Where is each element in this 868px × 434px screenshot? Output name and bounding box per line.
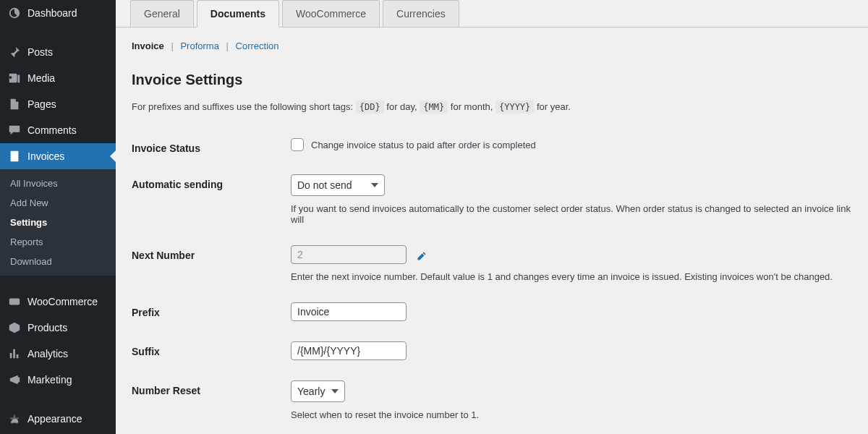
sidebar-label: Media (27, 72, 55, 84)
automatic-sending-help: If you want to send invoices automatical… (291, 203, 852, 225)
marketing-icon (7, 373, 22, 387)
svg-rect-0 (9, 299, 20, 305)
prefix-input[interactable] (291, 302, 407, 321)
number-reset-select[interactable]: Yearly (291, 380, 345, 402)
products-icon (7, 320, 22, 335)
next-number-label: Next Number (132, 245, 291, 261)
submenu-settings[interactable]: Settings (0, 213, 116, 232)
sidebar-item-comments[interactable]: Comments (0, 117, 116, 143)
dashboard-icon (7, 6, 22, 20)
sidebar-item-pages[interactable]: Pages (0, 91, 116, 117)
submenu-all-invoices[interactable]: All Invoices (0, 174, 116, 193)
prefix-label: Prefix (132, 302, 291, 318)
sidebar-label: Pages (27, 98, 56, 110)
tag-year: {YYYY} (495, 101, 534, 114)
pencil-icon[interactable] (417, 251, 427, 261)
sidebar-item-media[interactable]: Media (0, 65, 116, 91)
sidebar-item-invoices[interactable]: Invoices (0, 143, 116, 169)
next-number-help: Enter the next invoice number. Default v… (291, 271, 852, 282)
short-tags-help: For prefixes and suffixes use the follow… (132, 101, 852, 112)
subnav-proforma[interactable]: Proforma (180, 41, 218, 51)
analytics-icon (7, 346, 22, 361)
automatic-sending-select[interactable]: Do not send (291, 174, 385, 196)
number-reset-label: Number Reset (132, 380, 291, 396)
sidebar-label: Comments (27, 124, 77, 136)
sidebar-label: Appearance (27, 413, 82, 425)
media-icon (7, 71, 22, 85)
sidebar-label: Marketing (27, 374, 72, 386)
submenu-reports[interactable]: Reports (0, 232, 116, 252)
sidebar-label: Dashboard (27, 7, 77, 19)
suffix-label: Suffix (132, 341, 291, 357)
tag-month: {MM} (420, 101, 448, 114)
tab-woocommerce[interactable]: WooCommerce (282, 0, 380, 27)
invoice-status-checkbox-label: Change invoice status to paid after orde… (311, 140, 536, 150)
settings-tabs: General Documents WooCommerce Currencies (116, 0, 868, 27)
sidebar-label: Products (27, 322, 67, 333)
tag-day: {DD} (356, 101, 384, 114)
invoice-status-label: Invoice Status (132, 138, 291, 154)
pages-icon (7, 97, 22, 111)
sidebar-item-appearance[interactable]: Appearance (0, 406, 116, 432)
tab-general[interactable]: General (130, 0, 194, 27)
admin-sidebar: Dashboard Posts Media Pages Comments (0, 0, 116, 434)
sidebar-item-posts[interactable]: Posts (0, 39, 116, 65)
next-number-input (291, 245, 407, 264)
invoice-icon (7, 149, 22, 163)
automatic-sending-label: Automatic sending (132, 174, 291, 190)
sidebar-item-products[interactable]: Products (0, 315, 116, 341)
sidebar-item-marketing[interactable]: Marketing (0, 367, 116, 393)
subnav-correction[interactable]: Correction (236, 41, 279, 51)
sidebar-item-dashboard[interactable]: Dashboard (0, 0, 116, 26)
tab-currencies[interactable]: Currencies (383, 0, 459, 27)
pin-icon (7, 45, 22, 59)
number-reset-help: Select when to reset the invoice number … (291, 409, 852, 420)
submenu-add-new[interactable]: Add New (0, 193, 116, 213)
sidebar-item-analytics[interactable]: Analytics (0, 341, 116, 367)
sidebar-label: Invoices (27, 150, 64, 162)
comments-icon (7, 123, 22, 137)
sidebar-label: Analytics (27, 348, 68, 359)
invoice-status-checkbox[interactable] (291, 138, 304, 151)
tab-documents[interactable]: Documents (197, 0, 279, 27)
page-title: Invoice Settings (132, 72, 852, 88)
submenu-download[interactable]: Download (0, 252, 116, 271)
woo-icon (7, 294, 22, 309)
sidebar-item-woocommerce[interactable]: WooCommerce (0, 289, 116, 315)
sidebar-label: Posts (27, 46, 53, 58)
subnav-invoice[interactable]: Invoice (132, 41, 164, 51)
appearance-icon (7, 412, 22, 426)
main-content: General Documents WooCommerce Currencies… (116, 0, 868, 434)
subnav: Invoice | Proforma | Correction (132, 41, 852, 51)
sidebar-label: WooCommerce (27, 296, 98, 307)
sidebar-submenu: All Invoices Add New Settings Reports Do… (0, 169, 116, 276)
suffix-input[interactable] (291, 341, 407, 360)
